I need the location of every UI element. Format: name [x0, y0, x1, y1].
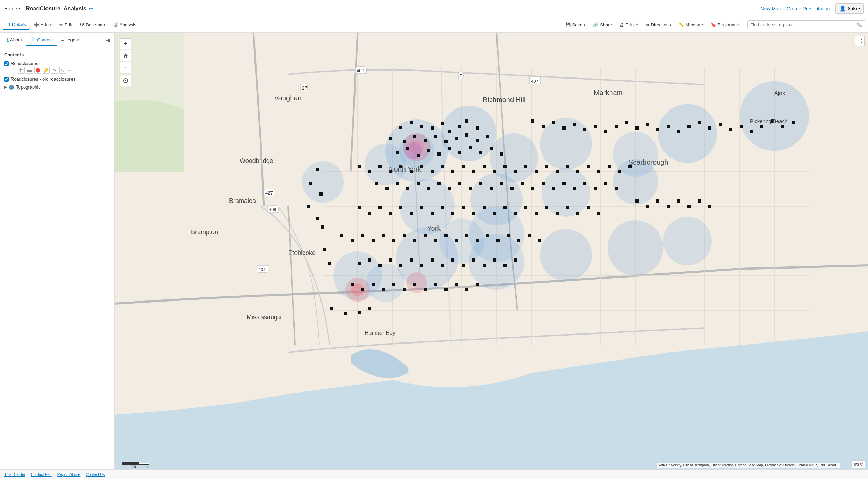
basemap-icon: 🗺	[80, 22, 84, 27]
locate-button[interactable]	[120, 75, 131, 86]
top-nav: Home ▾ RoadClosure_Analysis ✏ New Map Cr…	[0, 0, 868, 17]
svg-rect-238	[476, 283, 479, 286]
layer-icon-labels[interactable]: ✎	[51, 67, 58, 74]
svg-rect-132	[535, 170, 538, 173]
bookmarks-button[interactable]: 🔖 Bookmarks	[707, 20, 744, 29]
topographic-layer-name: Topographic	[16, 84, 41, 90]
edit-title-icon[interactable]: ✏	[89, 6, 93, 11]
directions-button[interactable]: ➡ Directions	[642, 20, 675, 29]
svg-rect-84	[458, 151, 461, 154]
svg-rect-223	[493, 258, 496, 262]
scale-unit: 5mi	[144, 465, 149, 469]
bottom-links: Trust Center Contact Esri Report Abuse C…	[0, 469, 868, 479]
layer-roadclosures-checkbox[interactable]	[4, 61, 9, 66]
svg-rect-199	[434, 239, 437, 242]
tab-legend[interactable]: ≡ Legend	[57, 34, 85, 46]
svg-rect-142	[375, 182, 378, 185]
tab-about[interactable]: ℹ About	[3, 34, 26, 46]
svg-rect-172	[420, 206, 423, 209]
measure-button[interactable]: 📏 Measure	[675, 20, 707, 29]
safe-button[interactable]: 👤 Safe ▾	[835, 3, 864, 14]
analysis-button[interactable]: 📊 Analysis	[109, 20, 140, 29]
svg-rect-179	[493, 212, 496, 215]
svg-rect-148	[437, 182, 441, 185]
svg-text:409: 409	[269, 207, 276, 212]
svg-rect-252	[646, 205, 649, 208]
svg-rect-250	[328, 262, 331, 265]
home-extent-button[interactable]	[120, 50, 131, 61]
svg-rect-76	[476, 139, 479, 142]
layer-old-roadclosures-checkbox[interactable]	[4, 77, 9, 82]
layer-icon-list[interactable]	[26, 67, 33, 74]
svg-rect-129	[503, 165, 507, 168]
save-button[interactable]: 💾 Save ▾	[562, 20, 589, 29]
svg-rect-251	[635, 199, 639, 203]
zoom-out-button[interactable]: −	[120, 62, 131, 73]
map-expand-button[interactable]	[855, 36, 865, 46]
layer-icon-symbology[interactable]: 🔑	[43, 67, 50, 74]
svg-rect-134	[556, 170, 559, 173]
list-item: ▶ Topographic	[4, 84, 110, 90]
contact-us-link[interactable]: Contact Us	[86, 472, 105, 477]
svg-rect-201	[455, 239, 458, 242]
print-button[interactable]: 🖨 Print ▾	[616, 20, 642, 29]
toolbar: 🗒 Details ➕ Add ▾ ✏ Edit 🗺 Basemap 📊 Ana…	[0, 17, 868, 33]
svg-rect-87	[490, 147, 493, 150]
svg-text:Richmond Hill: Richmond Hill	[483, 96, 525, 104]
svg-text:407: 407	[531, 79, 539, 84]
layer-icon-table[interactable]	[18, 67, 25, 74]
svg-rect-245	[319, 192, 323, 196]
svg-rect-146	[417, 182, 420, 185]
legend-icon: ≡	[61, 37, 64, 42]
tab-content[interactable]: 📄 Content	[26, 34, 57, 46]
svg-rect-211	[368, 258, 371, 262]
svg-rect-178	[483, 206, 486, 209]
svg-rect-0	[19, 68, 23, 72]
new-map-button[interactable]: New Map	[761, 6, 781, 11]
svg-text:7: 7	[460, 73, 462, 79]
svg-rect-99	[635, 126, 639, 130]
basemap-button[interactable]: 🗺 Basemap	[76, 20, 108, 29]
svg-rect-173	[431, 212, 434, 215]
trust-center-link[interactable]: Trust Center	[4, 472, 25, 477]
layer-icon-more-options[interactable]: ⬡	[59, 67, 66, 74]
edit-button[interactable]: ✏ Edit	[56, 20, 76, 29]
search-icon[interactable]: 🔍	[857, 22, 862, 27]
svg-rect-149	[448, 187, 451, 190]
top-right-actions: New Map Create Presentation 👤 Safe ▾	[761, 3, 864, 14]
svg-text:Mississauga: Mississauga	[247, 314, 281, 321]
svg-rect-249	[323, 248, 326, 251]
svg-rect-96	[604, 130, 607, 133]
add-button[interactable]: ➕ Add ▾	[30, 20, 55, 29]
svg-rect-156	[521, 182, 524, 185]
map-area[interactable]: Richmond Hill Markham Ajax Pickering Bea…	[115, 33, 868, 479]
create-presentation-button[interactable]: Create Presentation	[787, 6, 830, 11]
scale-bar: 0 1.5 5mi	[122, 462, 149, 469]
svg-rect-165	[615, 187, 618, 190]
svg-rect-161	[573, 187, 576, 190]
layer-options-ellipsis[interactable]: ···	[68, 67, 72, 73]
home-dropdown-icon: ▾	[18, 7, 20, 10]
share-button[interactable]: 🔗 Share	[590, 20, 616, 29]
svg-rect-98	[625, 121, 628, 124]
report-abuse-link[interactable]: Report Abuse	[57, 472, 81, 477]
sublayer-expand-icon[interactable]: ▶	[4, 85, 7, 89]
panel-collapse-button[interactable]: ◀	[105, 35, 111, 45]
svg-rect-246	[307, 205, 310, 208]
svg-rect-158	[542, 182, 545, 185]
home-button[interactable]: Home ▾	[4, 6, 20, 11]
svg-point-288	[125, 80, 126, 81]
contact-esri-link[interactable]: Contact Esri	[31, 472, 52, 477]
search-input[interactable]	[750, 22, 857, 27]
map-title: RoadClosure_Analysis ✏	[26, 6, 92, 12]
save-icon: 💾	[565, 22, 571, 27]
svg-rect-106	[708, 126, 711, 130]
layer-icon-filter[interactable]: 🔴	[34, 67, 41, 74]
analysis-icon: 📊	[112, 22, 118, 27]
save-arrow-icon: ▾	[584, 23, 585, 27]
zoom-in-button[interactable]: +	[120, 38, 131, 49]
svg-rect-248	[321, 225, 324, 229]
svg-rect-225	[514, 258, 517, 262]
details-button[interactable]: 🗒 Details	[3, 20, 30, 30]
svg-rect-68	[389, 137, 392, 140]
